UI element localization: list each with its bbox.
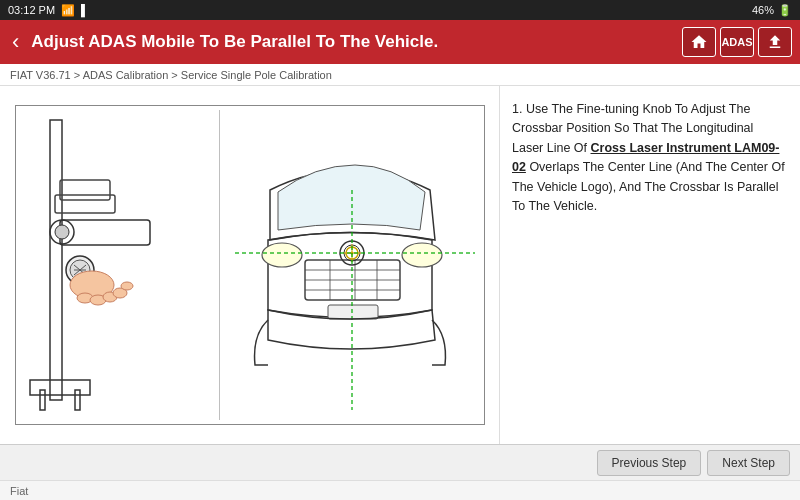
- brand-label: Fiat: [10, 485, 28, 497]
- header-icons: ADAS: [682, 27, 792, 57]
- page-title: Adjust ADAS Mobile To Be Parallel To The…: [31, 32, 674, 52]
- instruction-text: 1. Use The Fine-tuning Knob To Adjust Th…: [512, 100, 788, 216]
- status-right: 46% 🔋: [752, 4, 792, 17]
- svg-point-31: [402, 243, 442, 267]
- home-button[interactable]: [682, 27, 716, 57]
- app-header: ‹ Adjust ADAS Mobile To Be Parallel To T…: [0, 20, 800, 64]
- calibration-diagram: [20, 110, 480, 420]
- instruction-number: 1.: [512, 102, 522, 116]
- status-left: 03:12 PM 📶 ▌: [8, 4, 89, 17]
- next-step-button[interactable]: Next Step: [707, 450, 790, 476]
- battery-icon: 🔋: [778, 4, 792, 17]
- breadcrumb: FIAT V36.71 > ADAS Calibration > Service…: [0, 64, 800, 86]
- footer: Fiat: [0, 480, 800, 500]
- diagram-wrapper: [15, 105, 485, 425]
- adas-icon: ADAS: [721, 36, 752, 48]
- time-display: 03:12 PM: [8, 4, 55, 16]
- breadcrumb-text: FIAT V36.71 > ADAS Calibration > Service…: [10, 69, 332, 81]
- export-icon: [766, 33, 784, 51]
- main-content: 1. Use The Fine-tuning Knob To Adjust Th…: [0, 86, 800, 444]
- instruction-text2: Overlaps The Center Line (And The Center…: [512, 160, 785, 213]
- svg-rect-32: [328, 305, 378, 319]
- prev-step-button[interactable]: Previous Step: [597, 450, 702, 476]
- home-icon: [690, 33, 708, 51]
- export-button[interactable]: [758, 27, 792, 57]
- back-button[interactable]: ‹: [8, 31, 23, 53]
- battery-level: 46%: [752, 4, 774, 16]
- diagram-area: [0, 86, 500, 444]
- nav-bar: Previous Step Next Step: [0, 444, 800, 480]
- wifi-icon: 📶: [61, 4, 75, 17]
- svg-point-7: [55, 225, 69, 239]
- status-bar: 03:12 PM 📶 ▌ 46% 🔋: [0, 0, 800, 20]
- adas-button[interactable]: ADAS: [720, 27, 754, 57]
- svg-point-30: [262, 243, 302, 267]
- svg-point-18: [121, 282, 133, 290]
- instruction-area: 1. Use The Fine-tuning Knob To Adjust Th…: [500, 86, 800, 444]
- signal-icon: ▌: [81, 4, 89, 16]
